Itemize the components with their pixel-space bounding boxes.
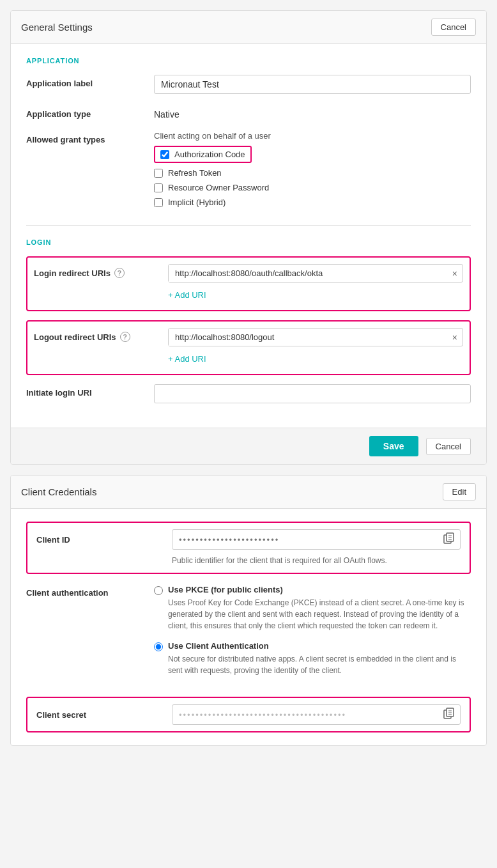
login-redirect-uri-field: × (168, 264, 463, 283)
implicit-checkbox[interactable] (154, 198, 163, 207)
application-type-value: Native (154, 105, 180, 120)
client-credentials-body: Client ID Public identifier for the (11, 509, 486, 745)
resource-owner-checkbox[interactable] (154, 183, 163, 192)
general-settings-header: General Settings Cancel (11, 11, 486, 44)
general-settings-cancel-button[interactable]: Cancel (431, 19, 476, 36)
resource-owner-label: Resource Owner Password (168, 183, 269, 192)
allowed-grant-types-label: Allowed grant types (26, 131, 154, 144)
login-redirect-add-uri-button[interactable]: + Add URI (168, 286, 206, 304)
client-credentials-edit-button[interactable]: Edit (443, 483, 476, 500)
logout-redirect-help-icon[interactable]: ? (120, 332, 130, 342)
general-settings-footer: Save Cancel (11, 428, 486, 464)
client-id-section: Client ID Public identifier for the (26, 522, 471, 574)
logout-redirect-add-uri-button[interactable]: + Add URI (168, 350, 206, 368)
client-auth-option-label: Use Client Authentication (168, 641, 269, 651)
client-authentication-label: Client authentication (26, 584, 154, 598)
copy-icon (443, 532, 455, 544)
grant-type-group-label: Client acting on behalf of a user (154, 131, 271, 141)
client-secret-copy-button[interactable] (438, 705, 460, 724)
grant-types-container: Client acting on behalf of a user Author… (154, 131, 271, 212)
login-redirect-help-icon[interactable]: ? (114, 268, 125, 278)
refresh-token-checkbox[interactable] (154, 169, 163, 178)
logout-redirect-section: Logout redirect URIs ? × + Add URI (26, 320, 471, 375)
login-redirect-uri-input[interactable] (169, 265, 447, 282)
logout-redirect-field-container: × + Add URI (168, 328, 463, 368)
implicit-label: Implicit (Hybrid) (168, 198, 226, 207)
client-credentials-title: Client Credentials (21, 486, 96, 497)
login-redirect-label: Login redirect URIs ? (34, 264, 162, 278)
grant-type-implicit: Implicit (Hybrid) (154, 198, 271, 207)
client-secret-label: Client secret (36, 710, 164, 720)
pkce-option-content: Use PKCE (for public clients) Uses Proof… (168, 584, 471, 632)
initiate-login-input[interactable] (154, 384, 471, 403)
client-secret-field-wrapper (172, 704, 461, 725)
client-id-field-wrapper (172, 529, 461, 550)
allowed-grant-types-row: Allowed grant types Client acting on beh… (26, 131, 471, 212)
client-credentials-panel: Client Credentials Edit Client ID (10, 475, 487, 746)
login-redirect-clear-button[interactable]: × (447, 266, 463, 281)
authorization-code-checkbox[interactable] (160, 150, 169, 159)
client-auth-radio[interactable] (154, 642, 163, 651)
client-auth-option-description: Not secure for distributed native apps. … (168, 653, 471, 676)
authorization-code-label: Authorization Code (174, 150, 245, 159)
client-auth-options: Use PKCE (for public clients) Uses Proof… (154, 584, 471, 685)
client-secret-row: Client secret (36, 704, 461, 725)
grant-type-resource-owner: Resource Owner Password (154, 183, 271, 192)
initiate-login-label: Initiate login URI (26, 384, 154, 398)
client-id-row: Client ID (36, 529, 461, 550)
grant-type-refresh-token: Refresh Token (154, 168, 271, 178)
login-redirect-section: Login redirect URIs ? × + Add URI (26, 256, 471, 311)
pkce-option: Use PKCE (for public clients) Uses Proof… (154, 584, 471, 632)
logout-redirect-row: Logout redirect URIs ? × + Add URI (26, 320, 471, 375)
application-label-field-label: Application label (26, 75, 154, 88)
pkce-radio[interactable] (154, 586, 163, 595)
login-section-label: LOGIN (26, 238, 471, 246)
section-divider (26, 225, 471, 226)
client-secret-section: Client secret (26, 697, 471, 732)
pkce-description: Uses Proof Key for Code Exchange (PKCE) … (168, 597, 471, 632)
application-label-input[interactable] (154, 75, 471, 94)
footer-cancel-button[interactable]: Cancel (426, 438, 471, 455)
logout-redirect-label: Logout redirect URIs ? (34, 328, 162, 342)
client-id-input[interactable] (172, 531, 438, 548)
refresh-token-label: Refresh Token (168, 168, 222, 178)
logout-redirect-uri-input[interactable] (169, 329, 447, 346)
client-authentication-row: Client authentication Use PKCE (for publ… (26, 584, 471, 685)
authorization-code-wrapper: Authorization Code (154, 146, 252, 163)
application-type-label: Application type (26, 105, 154, 119)
client-auth-option-content: Use Client Authentication Not secure for… (168, 640, 471, 676)
initiate-login-row: Initiate login URI (26, 384, 471, 403)
client-secret-input[interactable] (172, 706, 438, 724)
logout-redirect-clear-button[interactable]: × (447, 330, 463, 345)
grant-type-authorization-code: Authorization Code (154, 146, 271, 163)
client-auth-option: Use Client Authentication Not secure for… (154, 640, 471, 676)
client-id-label: Client ID (36, 535, 164, 545)
general-settings-panel: General Settings Cancel APPLICATION Appl… (10, 10, 487, 465)
client-credentials-header: Client Credentials Edit (11, 476, 486, 509)
initiate-login-field-container (154, 384, 471, 403)
pkce-label: Use PKCE (for public clients) (168, 585, 283, 594)
application-type-row: Application type Native (26, 105, 471, 120)
save-button[interactable]: Save (369, 436, 418, 456)
general-settings-body: APPLICATION Application label Applicatio… (11, 44, 486, 428)
client-id-copy-button[interactable] (438, 530, 460, 549)
login-redirect-row: Login redirect URIs ? × + Add URI (26, 256, 471, 311)
login-redirect-field-container: × + Add URI (168, 264, 463, 304)
application-section-label: APPLICATION (26, 57, 471, 65)
client-secret-copy-icon (443, 708, 455, 719)
client-id-description: Public identifier for the client that is… (172, 555, 461, 566)
general-settings-title: General Settings (21, 22, 93, 33)
logout-redirect-uri-field: × (168, 328, 463, 346)
application-label-row: Application label (26, 75, 471, 94)
